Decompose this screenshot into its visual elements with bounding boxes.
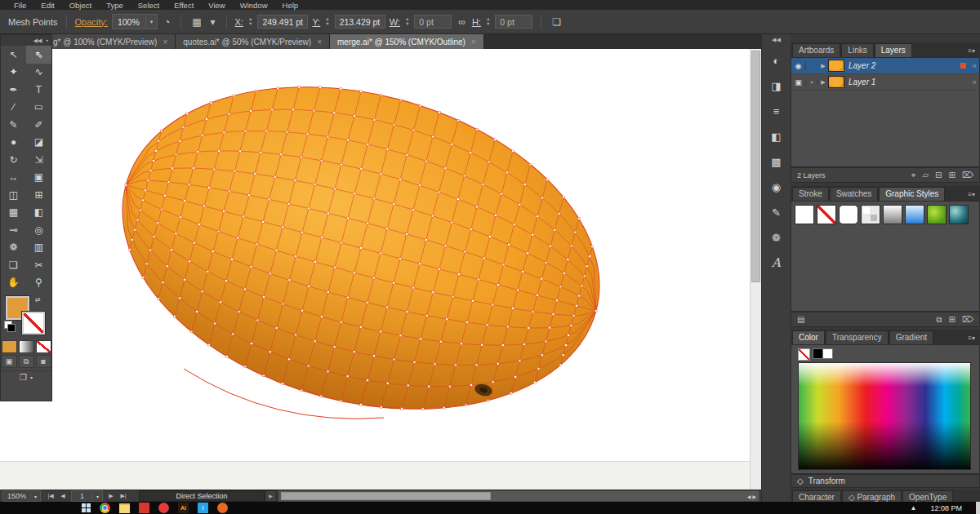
column-graph-tool[interactable]: ▥ (26, 239, 51, 257)
x-label[interactable]: X: (235, 17, 243, 27)
symbol-sprayer-tool[interactable]: ❁ (1, 239, 26, 257)
style-texture[interactable] (949, 205, 969, 224)
stroke-panel-icon[interactable]: ≡ (767, 103, 786, 119)
expand-arrow-icon[interactable]: ▶ (818, 63, 828, 69)
chevron-down-icon[interactable]: ▾ (207, 16, 217, 28)
shape-builder-tool[interactable]: ◫ (1, 186, 26, 204)
direct-selection-tool[interactable]: ⇖ (26, 46, 51, 64)
panel-menu-icon[interactable]: ≡▾ (963, 47, 980, 57)
chevron-down-icon[interactable]: ▾ (30, 494, 40, 499)
artboard-number-select[interactable]: 1 ▾ (71, 490, 103, 502)
eyedropper-tool[interactable]: ⊸ (1, 221, 26, 239)
pen-tool[interactable]: ✒ (1, 81, 26, 99)
rectangle-tool[interactable]: ▭ (26, 99, 51, 117)
vertical-scrollbar-thumb[interactable] (751, 51, 760, 282)
character-panel-icon[interactable]: A (767, 255, 786, 271)
lock-toggle-icon[interactable]: ▪ (806, 79, 818, 85)
taskbar-clock[interactable]: 12:08 PM (924, 504, 969, 512)
paintbrush-tool[interactable]: ✎ (1, 116, 26, 134)
tab-gradient[interactable]: Gradient (889, 330, 933, 344)
appearance-panel-icon[interactable]: ◉ (767, 179, 786, 195)
layer-name[interactable]: Layer 2 (849, 61, 960, 70)
recolor-artwork-icon[interactable]: ◔ (162, 16, 172, 28)
width-tool[interactable]: ↔ (1, 169, 26, 187)
tab-close-icon[interactable]: × (317, 38, 322, 47)
style-default[interactable] (795, 205, 814, 224)
tray-expand-icon[interactable]: ▲ (911, 504, 917, 512)
white-swatch[interactable] (822, 348, 833, 359)
selection-tool[interactable]: ↖ (1, 46, 26, 64)
w-stepper[interactable]: ▲▼ (405, 17, 409, 26)
color-guide-panel-icon[interactable]: ◨ (767, 78, 786, 94)
mango-mesh-artwork[interactable] (0, 49, 761, 490)
zoom-tool[interactable]: ⚲ (26, 274, 51, 292)
collapse-panel-icon[interactable]: ◀◀ (33, 38, 42, 44)
menu-item[interactable]: Type (99, 1, 131, 10)
document-tab[interactable]: g* @ 100% (CMYK/Preview) × (46, 34, 176, 49)
menu-item[interactable]: Effect (167, 1, 201, 10)
locate-object-icon[interactable]: ⌖ (911, 171, 916, 180)
chrome-icon[interactable] (100, 503, 110, 513)
menu-item[interactable]: Object (62, 1, 99, 10)
show-desktop-button[interactable] (976, 502, 980, 514)
document-tab[interactable]: quotes.ai* @ 50% (CMYK/Preview) × (176, 34, 330, 49)
tab-close-icon[interactable]: × (163, 38, 167, 47)
screen-mode-button[interactable]: ❐ ▾ (1, 370, 51, 383)
menu-item[interactable]: View (201, 1, 232, 10)
chevron-down-icon[interactable]: ▾ (145, 16, 157, 28)
color-panel-icon[interactable]: ◐ (767, 52, 786, 69)
layer-row-1[interactable]: ▣ ▪ ▶ Layer 1 ○ (791, 74, 979, 91)
options-icon[interactable]: ▦ (189, 16, 203, 28)
make-mask-icon[interactable]: ▱ (922, 171, 929, 180)
visibility-eye-icon[interactable]: ▣ (791, 78, 806, 86)
tab-graphic-styles[interactable]: Graphic Styles (879, 187, 945, 201)
zoom-select[interactable]: 150% ▾ (2, 490, 41, 502)
type-tool[interactable]: T (26, 81, 51, 99)
layer-thumbnail[interactable] (828, 60, 844, 72)
twitter-icon[interactable]: t (198, 503, 208, 513)
menu-item[interactable]: Select (131, 1, 167, 10)
brushes-panel-icon[interactable]: ✎ (767, 204, 786, 220)
opacity-label[interactable]: Opacity: (75, 17, 108, 27)
style-blue-gradient[interactable] (905, 205, 924, 224)
previous-artboard-button[interactable]: ◀ (57, 493, 69, 499)
scroll-right-icon[interactable]: ▶ (752, 494, 756, 499)
expand-arrow-icon[interactable]: ▶ (818, 79, 828, 86)
target-circle-icon[interactable]: ○ (969, 78, 979, 86)
style-libraries-icon[interactable]: ▤ (797, 315, 804, 324)
y-label[interactable]: Y: (312, 17, 320, 27)
style-pair[interactable] (861, 205, 880, 224)
tab-color[interactable]: Color (792, 330, 825, 344)
tab-layers[interactable]: Layers (875, 43, 912, 57)
last-artboard-button[interactable]: ▶| (118, 493, 129, 499)
first-artboard-button[interactable]: |◀ (45, 493, 56, 499)
gradient-mode-button[interactable] (19, 340, 34, 353)
w-input[interactable]: 0 pt (414, 15, 452, 29)
folder-icon[interactable] (119, 503, 130, 513)
draw-behind-icon[interactable]: ⧉ (19, 355, 34, 368)
eraser-tool[interactable]: ◪ (26, 134, 51, 152)
slice-tool[interactable]: ✂ (26, 256, 51, 274)
illustrator-icon[interactable]: Ai (178, 503, 189, 513)
tab-links[interactable]: Links (841, 43, 873, 57)
style-none[interactable] (817, 205, 836, 224)
layer-row-2[interactable]: ◉ ▶ Layer 2 ○ (791, 58, 979, 74)
delete-style-icon[interactable]: ⌦ (962, 315, 973, 325)
x-input[interactable]: 249.491 pt (257, 15, 308, 29)
new-sublayer-icon[interactable]: ⊟ (935, 171, 942, 180)
none-mode-button[interactable] (36, 340, 51, 353)
x-stepper[interactable]: ▲▼ (248, 17, 252, 26)
magic-wand-tool[interactable]: ✦ (1, 64, 26, 82)
free-transform-tool[interactable]: ▣ (26, 169, 51, 187)
color-mode-button[interactable] (2, 340, 17, 353)
line-segment-tool[interactable]: ∕ (1, 99, 26, 117)
blend-tool[interactable]: ◎ (26, 221, 51, 239)
y-input[interactable]: 213.429 pt (335, 15, 385, 29)
layer-name[interactable]: Layer 1 (849, 78, 960, 86)
visibility-eye-icon[interactable]: ◉ (791, 62, 806, 70)
mesh-tool[interactable]: ▦ (1, 204, 26, 222)
status-flyout-icon[interactable]: ▶ (265, 490, 277, 502)
bounding-box-icon[interactable]: ❏ (550, 16, 564, 28)
target-circle-icon[interactable]: ○ (969, 62, 979, 69)
opacity-combo[interactable]: 100% ▾ (112, 14, 158, 29)
